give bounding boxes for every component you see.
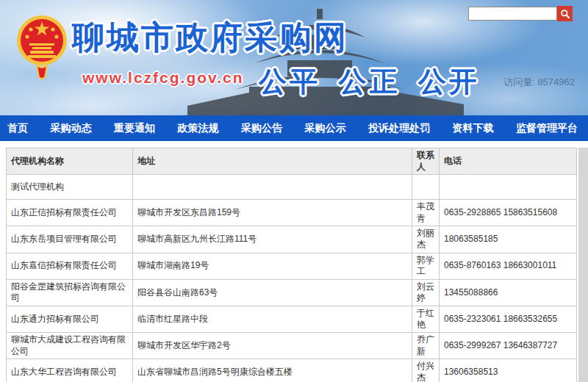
cell-phone: 18063585185 [440, 226, 577, 253]
nav-item-2[interactable]: 采购动态 [51, 122, 92, 135]
cell-phone: 0635-2928865 15863515608 [440, 200, 577, 226]
cell-address [133, 175, 412, 200]
content-area: 代理机构名称地址联系人电话 测试代理机构山东正信招标有限责任公司聊城市开发区东昌… [0, 148, 588, 382]
site-title: 聊城市政府采购网 [72, 16, 381, 60]
table-row: 山东正信招标有限责任公司聊城市开发区东昌路159号丰茂青0635-2928865… [7, 200, 577, 226]
visit-counter-label: 访问量: [503, 76, 535, 87]
cell-name: 山东通力招标有限公司 [7, 306, 133, 332]
cell-contact: 丰茂青 [412, 200, 440, 226]
search-icon [559, 8, 571, 20]
visit-counter: 访问量: 8574962 [503, 76, 575, 89]
search-box [468, 6, 573, 21]
search-button[interactable] [557, 6, 573, 21]
cell-contact: 乔广新 [412, 333, 440, 359]
table-row: 山东东岳项目管理有限公司聊城市高新区九州长江路111号刘丽杰1806358518… [7, 226, 577, 253]
cell-address: 聊城市湖南路19号 [133, 253, 412, 279]
search-input[interactable] [468, 7, 557, 21]
site-url: www.lczfcg.gov.cn [82, 69, 244, 87]
table-row: 山东嘉信招标有限责任公司聊城市湖南路19号郭学工0635-8760163 186… [7, 253, 577, 279]
cell-phone: 13606358513 [440, 359, 577, 382]
cell-address: 临清市红星路中段 [133, 306, 412, 332]
cell-name: 聊城市大成建设工程咨询有限公司 [7, 333, 133, 359]
cell-address: 山东省聊城市昌润路5号明康综合楼五楼 [133, 359, 412, 382]
column-header: 电话 [440, 148, 577, 175]
cell-name: 山东大华工程咨询有限公司 [7, 359, 133, 382]
cell-address: 聊城市开发区华宇路2号 [133, 333, 412, 359]
nav-item-1[interactable]: 首页 [7, 122, 28, 135]
nav-item-7[interactable]: 投诉处理处罚 [368, 122, 430, 135]
site-banner: 聊城市政府采购网 www.lczfcg.gov.cn 公平 公正 公开 访问量:… [0, 0, 588, 115]
nav-item-8[interactable]: 资料下载 [453, 122, 494, 135]
cell-contact: 郭学工 [412, 253, 440, 279]
cell-name: 阳谷金罡建筑招标咨询有限公司 [7, 279, 133, 306]
cell-phone: 13455088866 [440, 279, 577, 306]
cell-name: 山东东岳项目管理有限公司 [7, 226, 133, 253]
column-header: 代理机构名称 [7, 148, 133, 175]
nav-item-4[interactable]: 政策法规 [178, 122, 219, 135]
cell-phone: 0635-8760163 18663001011 [440, 253, 577, 279]
cell-address: 阳谷县谷山南路63号 [133, 279, 412, 306]
cell-name: 山东嘉信招标有限责任公司 [7, 253, 133, 279]
cell-phone: 0635-2999267 13646387727 [440, 333, 577, 359]
table-body: 测试代理机构山东正信招标有限责任公司聊城市开发区东昌路159号丰茂青0635-2… [7, 175, 577, 382]
table-header-row: 代理机构名称地址联系人电话 [7, 148, 577, 175]
table-row: 山东大华工程咨询有限公司山东省聊城市昌润路5号明康综合楼五楼付兴杰1360635… [7, 359, 577, 382]
national-emblem-logo [15, 10, 69, 82]
column-header: 地址 [133, 148, 412, 175]
main-nav: 首页采购动态重要通知政策法规采购公告采购公示投诉处理处罚资料下载监督管理平台 [0, 115, 588, 141]
nav-item-3[interactable]: 重要通知 [114, 122, 155, 135]
cell-contact: 付兴杰 [412, 359, 440, 382]
cell-contact [412, 175, 440, 200]
visit-counter-value: 8574962 [537, 76, 575, 87]
nav-item-6[interactable]: 采购公示 [305, 122, 346, 135]
cell-address: 聊城市开发区东昌路159号 [133, 200, 412, 226]
nav-item-5[interactable]: 采购公告 [241, 122, 282, 135]
agency-table: 代理机构名称地址联系人电话 测试代理机构山东正信招标有限责任公司聊城市开发区东昌… [6, 148, 577, 382]
nav-item-9[interactable]: 监督管理平台 [516, 122, 578, 135]
cell-name: 测试代理机构 [7, 175, 133, 200]
table-row: 山东通力招标有限公司临清市红星路中段于红艳0635-2323061 186635… [7, 306, 577, 332]
cell-address: 聊城市高新区九州长江路111号 [133, 226, 412, 253]
page-right-gutter [578, 148, 588, 382]
column-header: 联系人 [412, 148, 440, 175]
site-slogan: 公平 公正 公开 [259, 63, 480, 101]
table-row: 阳谷金罡建筑招标咨询有限公司阳谷县谷山南路63号刘云婷13455088866 [7, 279, 577, 306]
cell-phone: 0635-2323061 18663532655 [440, 306, 577, 332]
cell-phone [440, 175, 577, 200]
cell-contact: 于红艳 [412, 306, 440, 332]
cell-contact: 刘丽杰 [412, 226, 440, 253]
cell-contact: 刘云婷 [412, 279, 440, 306]
table-row: 聊城市大成建设工程咨询有限公司聊城市开发区华宇路2号乔广新0635-299926… [7, 333, 577, 359]
cell-name: 山东正信招标有限责任公司 [7, 200, 133, 226]
table-row: 测试代理机构 [7, 175, 577, 200]
